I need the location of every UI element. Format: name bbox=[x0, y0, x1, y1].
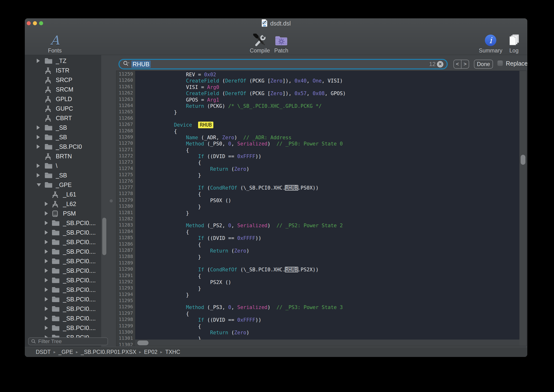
disclosure-triangle[interactable] bbox=[45, 287, 48, 292]
line-number: 11284 bbox=[116, 228, 135, 234]
code-editor[interactable]: REV = 0x02 CreateField (DerefOf (PCKG [Z… bbox=[135, 71, 520, 340]
sidebar-scrollbar-thumb[interactable] bbox=[102, 218, 106, 255]
tree-item-_SBPCI0[interactable]: _SB.PCI0.... bbox=[25, 275, 101, 285]
disclosure-triangle[interactable] bbox=[45, 240, 48, 244]
disclosure-triangle[interactable] bbox=[45, 278, 48, 282]
replace-checkbox[interactable] bbox=[497, 60, 503, 66]
editor-vscrollbar-track bbox=[519, 71, 526, 346]
tree-item-_SBPCI0[interactable]: _SB.PCI0.... bbox=[25, 237, 101, 247]
tree-item-_SBPCI0[interactable]: _SB.PCI0.... bbox=[25, 218, 101, 228]
line-number: 11262 bbox=[116, 90, 135, 96]
disclosure-triangle[interactable] bbox=[45, 297, 48, 301]
disclosure-triangle[interactable] bbox=[45, 326, 48, 330]
filter-tree-input[interactable]: Filter Tree bbox=[28, 337, 108, 345]
tree-item-root[interactable]: \ bbox=[25, 161, 101, 170]
code-line: { bbox=[138, 160, 346, 166]
line-number: 11289 bbox=[116, 260, 135, 266]
tree-item-label: _SB bbox=[56, 124, 67, 131]
line-number: 11264 bbox=[116, 102, 135, 108]
code-line: Return (Zero) bbox=[138, 248, 346, 254]
breadcrumb-separator-icon: ▸ bbox=[76, 350, 78, 355]
breadcrumb-item[interactable]: _GPE bbox=[58, 349, 73, 355]
disclosure-triangle[interactable] bbox=[37, 145, 40, 149]
code-line: REV = 0x02 bbox=[138, 71, 346, 78]
tree-item-_SBPCI0[interactable]: _SB.PCI0.... bbox=[25, 247, 101, 256]
line-number: 11294 bbox=[116, 291, 135, 297]
disclosure-triangle[interactable] bbox=[45, 268, 48, 273]
line-number: 11272 bbox=[116, 153, 135, 159]
tree-item-_SBPCI0[interactable]: _SB.PCI0.... bbox=[25, 256, 101, 266]
tree-item-GPLD[interactable]: GPLD bbox=[25, 94, 101, 104]
disclosure-triangle[interactable] bbox=[37, 59, 40, 63]
toolbar-print-button[interactable]: Print bbox=[516, 33, 527, 54]
next-match-button[interactable]: > bbox=[462, 60, 469, 68]
code-line bbox=[138, 116, 346, 122]
tree-item-GUPC[interactable]: GUPC bbox=[25, 104, 101, 113]
editor-hscrollbar-thumb[interactable] bbox=[137, 341, 148, 345]
disclosure-triangle[interactable] bbox=[45, 230, 48, 235]
symbol-tree: _TZISTRSRCPSRCMGPLDGUPCCBRT_SB_SB_SB.PCI… bbox=[25, 56, 101, 338]
breadcrumb-item[interactable]: EP02 bbox=[144, 349, 157, 355]
disclosure-triangle[interactable] bbox=[37, 126, 40, 130]
disclosure-triangle[interactable] bbox=[37, 173, 40, 177]
tree-item-_SBPCI0[interactable]: _SB.PCI0.... bbox=[25, 228, 101, 237]
tree-item-_L61[interactable]: _L61 bbox=[25, 189, 101, 199]
disclosure-triangle[interactable] bbox=[37, 135, 40, 139]
disclosure-triangle[interactable] bbox=[45, 211, 48, 216]
line-number: 11301 bbox=[116, 335, 135, 341]
breadcrumb-item[interactable]: DSDT bbox=[36, 349, 51, 355]
previous-match-button[interactable]: < bbox=[454, 60, 462, 68]
splitter-handle[interactable] bbox=[110, 199, 113, 203]
clear-search-button[interactable]: ✕ bbox=[437, 61, 443, 68]
tree-item-_SBPCI0[interactable]: _SB.PCI0.... bbox=[25, 314, 101, 323]
tree-item-_GPE[interactable]: _GPE bbox=[25, 180, 101, 189]
tree-item-_SBPCI0[interactable]: _SB.PCI0.... bbox=[25, 294, 101, 304]
tree-item-BRTN[interactable]: BRTN bbox=[25, 151, 101, 161]
tree-item-_SB[interactable]: _SB bbox=[25, 170, 101, 180]
disclosure-triangle[interactable] bbox=[45, 249, 48, 254]
disclosure-triangle[interactable] bbox=[37, 164, 40, 168]
tree-item-_SBPCI0[interactable]: _SB.PCI0.... bbox=[25, 304, 101, 314]
done-button[interactable]: Done bbox=[474, 60, 493, 69]
toolbar-patch-button[interactable]: Patch bbox=[265, 33, 298, 54]
folder-icon bbox=[51, 296, 59, 303]
tree-item-label: PSM bbox=[63, 210, 76, 217]
folder-icon bbox=[44, 162, 52, 170]
tree-item-PSM[interactable]: PSM bbox=[25, 209, 101, 218]
tree-item-label: _SB bbox=[56, 134, 67, 141]
tree-item-_TZ[interactable]: _TZ bbox=[25, 56, 101, 66]
tree-item-SRCP[interactable]: SRCP bbox=[25, 75, 101, 85]
tree-item-CBRT[interactable]: CBRT bbox=[25, 113, 101, 123]
line-number: 11278 bbox=[116, 190, 135, 196]
tree-item-_SBPCI0[interactable]: _SB.PCI0.... bbox=[25, 266, 101, 275]
toolbar-fonts-button[interactable]: A Fonts bbox=[38, 33, 71, 54]
tree-item-SRCM[interactable]: SRCM bbox=[25, 85, 101, 94]
folder-icon bbox=[51, 258, 59, 265]
code-line: } bbox=[138, 172, 346, 178]
line-number: 11281 bbox=[116, 209, 135, 216]
editor-vscrollbar-thumb[interactable] bbox=[521, 155, 525, 165]
code-line: } bbox=[138, 254, 346, 260]
code-line bbox=[138, 298, 346, 304]
breadcrumb-item[interactable]: TXHC bbox=[165, 349, 180, 355]
tree-item-_SBPCI0[interactable]: _SB.PCI0.... bbox=[25, 285, 101, 294]
tree-item-_L62[interactable]: _L62 bbox=[25, 199, 101, 209]
tree-item-ISTR[interactable]: ISTR bbox=[25, 66, 101, 75]
document-icon: DSL bbox=[261, 19, 268, 28]
disclosure-triangle[interactable] bbox=[37, 183, 41, 186]
breadcrumb-item[interactable]: _SB.PCI0.RP01.PXSX bbox=[81, 349, 136, 355]
disclosure-triangle[interactable] bbox=[45, 307, 48, 311]
disclosure-triangle[interactable] bbox=[45, 316, 48, 321]
find-input[interactable]: RHUB 12 ✕ bbox=[118, 59, 448, 69]
disclosure-triangle[interactable] bbox=[45, 259, 48, 263]
code-line: If ((DVID == 0xFFFF)) bbox=[138, 317, 346, 323]
breadcrumb-separator-icon: ▸ bbox=[54, 350, 56, 355]
tree-item-_SB[interactable]: _SB bbox=[25, 132, 101, 142]
code-line: { bbox=[138, 273, 346, 279]
tree-item-_SB[interactable]: _SB bbox=[25, 123, 101, 132]
search-icon[interactable] bbox=[123, 61, 130, 68]
tree-item-_SBPCI0[interactable]: _SB.PCI0.... bbox=[25, 323, 101, 333]
tree-item-_SBPCI0[interactable]: _SB.PCI0 bbox=[25, 142, 101, 151]
disclosure-triangle[interactable] bbox=[45, 202, 48, 206]
disclosure-triangle[interactable] bbox=[45, 221, 48, 225]
